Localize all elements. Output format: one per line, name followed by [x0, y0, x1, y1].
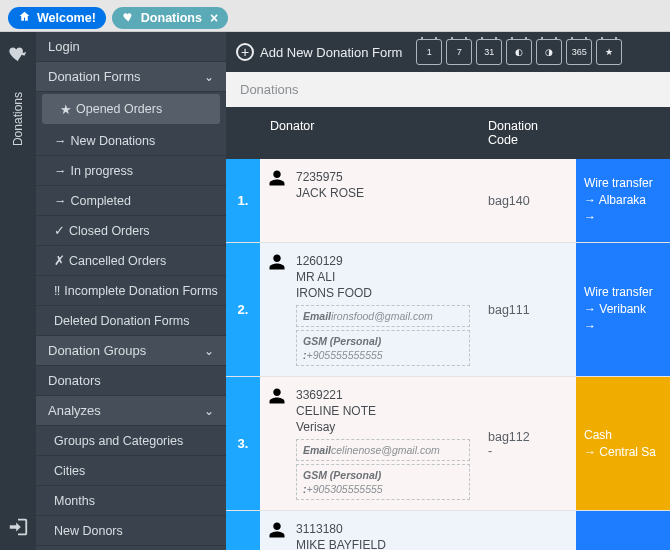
tab-donations[interactable]: Donations× — [112, 7, 228, 29]
donations-grid: Donator Donation Code 1.7235975JACK ROSE… — [226, 107, 670, 550]
exit-icon[interactable] — [7, 516, 29, 542]
sidebar-donators[interactable]: Donators — [36, 366, 226, 396]
table-row[interactable]: 2.1260129MR ALIIRONS FOODEmailironsfood@… — [226, 243, 670, 377]
sidebar-donation-groups[interactable]: Donation Groups⌄ — [36, 336, 226, 366]
sidebar-item-opened-orders[interactable]: ★ Opened Orders — [42, 94, 220, 124]
donate-icon — [122, 10, 135, 26]
close-icon[interactable]: × — [210, 10, 218, 26]
calendar-filter-31[interactable]: 31 — [476, 39, 502, 65]
contact-line: Emailironsfood@gmail.com — [296, 305, 470, 327]
table-row[interactable]: 4.3113180MIKE BAYFIELDVerisayEmailm.bayf… — [226, 511, 670, 550]
contact-line: GSM (Personal) :+905305555555 — [296, 464, 470, 500]
donation-code: bag140 — [478, 159, 576, 242]
calendar-filter-◑[interactable]: ◑ — [536, 39, 562, 65]
sidebar-item-deleted-donation-forms[interactable]: Deleted Donation Forms — [36, 306, 226, 336]
sidebar-donation-forms[interactable]: Donation Forms⌄ — [36, 62, 226, 92]
sidebar-item-groups-and-categories[interactable]: Groups and Categories — [36, 426, 226, 456]
tab-welcome[interactable]: Welcome! — [8, 7, 106, 29]
payment-cell: Wire transfer→ Veribank→ — [576, 243, 670, 376]
breadcrumb: Donations — [226, 72, 670, 107]
person-icon — [268, 521, 288, 550]
sidebar-item-closed-orders[interactable]: ✓ Closed Orders — [36, 216, 226, 246]
grid-header: Donator Donation Code — [226, 107, 670, 159]
table-row[interactable]: 1.7235975JACK ROSEbag140Wire transfer→ A… — [226, 159, 670, 243]
sidebar-item-months[interactable]: Months — [36, 486, 226, 516]
row-number: 4. — [226, 511, 260, 550]
sidebar-login[interactable]: Login — [36, 32, 226, 62]
sidebar-item-new-donors[interactable]: New Donors — [36, 516, 226, 546]
chevron-down-icon: ⌄ — [204, 344, 214, 358]
col-code[interactable]: Donation Code — [478, 107, 576, 159]
sidebar-item-completed[interactable]: → Completed — [36, 186, 226, 216]
chevron-down-icon: ⌄ — [204, 404, 214, 418]
rail-label: Donations — [11, 92, 25, 146]
sidebar-item-in-progress[interactable]: → In progress — [36, 156, 226, 186]
donations-rail-icon[interactable] — [7, 42, 29, 68]
chevron-down-icon: ⌄ — [204, 70, 214, 84]
person-icon — [268, 387, 288, 500]
sidebar-item-cities[interactable]: Cities — [36, 456, 226, 486]
donation-code: bag113 — [478, 511, 576, 550]
payment-cell: Cash→ Central Sa — [576, 377, 670, 510]
sidebar-item-incomplete-donation-forms[interactable]: ‼ Incomplete Donation Forms — [36, 276, 226, 306]
plus-circle-icon: + — [236, 43, 254, 61]
contact-line: GSM (Personal) :+905555555555 — [296, 330, 470, 366]
home-icon — [18, 10, 31, 26]
sidebar-item-cancelled-orders[interactable]: ✗ Cancelled Orders — [36, 246, 226, 276]
donation-code: bag112- — [478, 377, 576, 510]
main-panel: + Add New Donation Form 1731◐◑365★ Donat… — [226, 32, 670, 550]
payment-cell: Wire transfer→ Veribank→ — [576, 511, 670, 550]
sidebar-analyzes[interactable]: Analyzes⌄ — [36, 396, 226, 426]
row-number: 2. — [226, 243, 260, 376]
calendar-filter-◐[interactable]: ◐ — [506, 39, 532, 65]
sidebar: Login Donation Forms⌄ ★ Opened Orders→ N… — [36, 32, 226, 550]
tab-bar: Welcome!Donations× — [0, 0, 670, 32]
calendar-filter-★[interactable]: ★ — [596, 39, 622, 65]
table-row[interactable]: 3.3369221CELINE NOTEVerisayEmailcelineno… — [226, 377, 670, 511]
row-number: 3. — [226, 377, 260, 510]
person-icon — [268, 169, 288, 232]
row-number: 1. — [226, 159, 260, 242]
sidebar-item-new-donations[interactable]: → New Donations — [36, 126, 226, 156]
calendar-filter-365[interactable]: 365 — [566, 39, 592, 65]
left-rail: Donations — [0, 32, 36, 550]
add-donation-form-button[interactable]: + Add New Donation Form — [236, 43, 402, 61]
calendar-filter-1[interactable]: 1 — [416, 39, 442, 65]
toolbar: + Add New Donation Form 1731◐◑365★ — [226, 32, 670, 72]
col-donator[interactable]: Donator — [260, 107, 478, 159]
payment-cell: Wire transfer→ Albaraka→ — [576, 159, 670, 242]
calendar-filter-7[interactable]: 7 — [446, 39, 472, 65]
contact-line: Emailcelinenose@gmail.com — [296, 439, 470, 461]
person-icon — [268, 253, 288, 366]
donation-code: bag111 — [478, 243, 576, 376]
